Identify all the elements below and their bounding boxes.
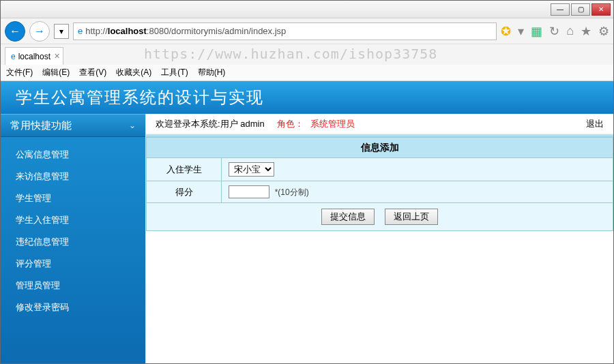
- sidebar-item-checkin[interactable]: 学生入住管理: [1, 209, 145, 231]
- sidebar-item-password[interactable]: 修改登录密码: [1, 297, 145, 318]
- window-titlebar: — ▢ ✕: [1, 1, 613, 18]
- menu-favorites[interactable]: 收藏夹(A): [116, 67, 151, 78]
- sidebar-item-admin[interactable]: 管理员管理: [1, 275, 145, 297]
- tab-close-icon[interactable]: ✕: [54, 52, 60, 61]
- refresh-icon[interactable]: ↻: [549, 24, 559, 39]
- window-minimize-button[interactable]: —: [551, 3, 570, 16]
- ie-tab-icon: e: [11, 52, 16, 61]
- sidebar-header-label: 常用快捷功能: [10, 119, 72, 132]
- nav-back-button[interactable]: ←: [5, 21, 25, 42]
- row-student-label: 入住学生: [147, 158, 222, 181]
- logout-link[interactable]: 退出: [586, 118, 604, 130]
- menu-help[interactable]: 帮助(H): [198, 67, 226, 78]
- settings-gear-icon[interactable]: ⚙: [598, 24, 609, 39]
- security-shield-icon[interactable]: ▾: [54, 24, 69, 39]
- menu-tools[interactable]: 工具(T): [161, 67, 188, 78]
- score-input[interactable]: [229, 185, 269, 198]
- ie-page-icon: e: [78, 26, 83, 36]
- menu-view[interactable]: 查看(V): [79, 67, 106, 78]
- app-title: 学生公寓管理系统的设计与实现: [16, 87, 264, 108]
- welcome-bar: 欢迎登录本系统:用户 admin 角色： 系统管理员 退出: [146, 114, 613, 134]
- window-close-button[interactable]: ✕: [591, 3, 611, 16]
- row-score-label: 得分: [147, 181, 222, 203]
- sidebar-item-score[interactable]: 评分管理: [1, 253, 145, 275]
- app-header: 学生公寓管理系统的设计与实现: [1, 81, 613, 114]
- form-title: 信息添加: [146, 137, 613, 157]
- sidebar-header[interactable]: 常用快捷功能 ⌄: [1, 114, 145, 137]
- role-value: 系统管理员: [310, 118, 355, 130]
- nav-forward-button[interactable]: →: [29, 21, 50, 42]
- sidebar-item-violation[interactable]: 违纪信息管理: [1, 231, 145, 253]
- form-table: 入住学生 宋小宝 得分 *(10分制): [146, 157, 613, 231]
- welcome-text: 欢迎登录本系统:用户 admin: [156, 118, 265, 130]
- favorites-icon[interactable]: ✪: [501, 24, 511, 39]
- browser-menubar: 文件(F) 编辑(E) 查看(V) 收藏夹(A) 工具(T) 帮助(H): [1, 65, 613, 81]
- student-select[interactable]: 宋小宝: [229, 162, 274, 177]
- content-area: 欢迎登录本系统:用户 admin 角色： 系统管理员 退出 信息添加 入住学生 …: [145, 114, 613, 363]
- browser-tab[interactable]: e localhost ✕: [5, 47, 63, 65]
- sidebar-item-apartment[interactable]: 公寓信息管理: [1, 144, 145, 166]
- address-bar[interactable]: e http://localhost:8080/dormitorymis/adm…: [73, 22, 497, 40]
- sidebar: 常用快捷功能 ⌄ 公寓信息管理 来访信息管理 学生管理 学生入住管理 违纪信息管…: [1, 114, 145, 363]
- back-button[interactable]: 返回上页: [385, 209, 438, 225]
- submit-button[interactable]: 提交信息: [321, 209, 375, 225]
- url-text: http://localhost:8080/dormitorymis/admin…: [85, 26, 286, 36]
- home-icon[interactable]: ⌂: [566, 24, 574, 38]
- tab-title: localhost: [18, 52, 50, 61]
- feed-icon[interactable]: ▦: [531, 24, 542, 39]
- tab-strip: e localhost ✕ https://www.huzhan.com/ish…: [1, 44, 613, 65]
- menu-file[interactable]: 文件(F): [6, 67, 33, 78]
- sidebar-item-student[interactable]: 学生管理: [1, 187, 145, 209]
- watermark-text: https://www.huzhan.com/ishop33758: [144, 46, 437, 62]
- sidebar-item-visitor[interactable]: 来访信息管理: [1, 166, 145, 187]
- browser-navbar: ← → ▾ e http://localhost:8080/dormitorym…: [1, 18, 613, 44]
- star-icon[interactable]: ★: [581, 24, 591, 39]
- role-label: 角色：: [277, 118, 304, 130]
- score-hint: *(10分制): [275, 187, 309, 197]
- form-panel: 信息添加 入住学生 宋小宝 得分 *(1: [146, 137, 613, 231]
- window-maximize-button[interactable]: ▢: [571, 3, 590, 16]
- menu-edit[interactable]: 编辑(E): [42, 67, 70, 78]
- chevron-down-icon: ⌄: [129, 121, 136, 130]
- dropdown-icon[interactable]: ▾: [518, 24, 524, 39]
